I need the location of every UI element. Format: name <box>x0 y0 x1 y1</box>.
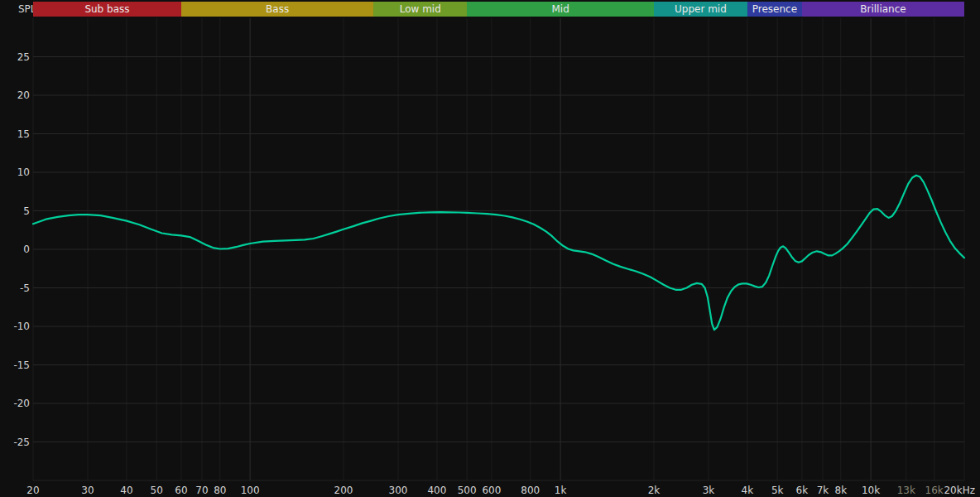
y-tick-label: -10 <box>13 321 30 332</box>
x-tick-label: 20kHz <box>944 485 975 496</box>
plot-svg: 203040506070801002003004005006008001k2k3… <box>0 0 980 497</box>
x-tick-label: 200 <box>334 485 353 496</box>
x-tick-label: 40 <box>120 485 132 496</box>
x-tick-label: 6k <box>796 485 809 496</box>
y-tick-label: 0 <box>23 244 30 255</box>
y-tick-label: -5 <box>20 282 30 294</box>
x-tick-label: 5k <box>771 485 784 496</box>
x-tick-label: 8k <box>835 485 848 496</box>
x-tick-label: 80 <box>214 485 226 496</box>
x-tick-label: 1k <box>555 485 567 496</box>
x-tick-label: 13k <box>897 485 915 496</box>
y-tick-label: -25 <box>13 437 30 448</box>
y-tick-label: 5 <box>23 205 30 217</box>
response-curve <box>33 176 964 331</box>
x-tick-label: 2k <box>648 485 661 496</box>
y-tick-label: 15 <box>17 128 30 140</box>
x-tick-label: 30 <box>81 485 94 496</box>
x-tick-label: 300 <box>389 485 408 496</box>
x-tick-label: 3k <box>703 485 715 496</box>
x-tick-label: 70 <box>195 485 208 496</box>
x-tick-label: 50 <box>151 485 163 496</box>
x-tick-label: 60 <box>175 485 187 496</box>
x-tick-label: 16k <box>925 485 944 496</box>
y-tick-label: -20 <box>13 398 30 409</box>
x-tick-label: 100 <box>241 485 260 496</box>
x-tick-label: 400 <box>427 485 446 496</box>
y-tick-label: 25 <box>17 51 30 63</box>
x-tick-label: 500 <box>458 485 477 496</box>
x-tick-label: 4k <box>742 485 754 496</box>
x-tick-label: 10k <box>862 485 880 496</box>
x-tick-label: 800 <box>521 485 540 496</box>
x-tick-label: 7k <box>817 485 829 496</box>
x-tick-label: 600 <box>482 485 501 496</box>
y-tick-label: 20 <box>17 89 30 101</box>
y-tick-label: 10 <box>17 166 30 178</box>
x-tick-label: 20 <box>26 485 39 496</box>
frequency-response-chart: SPL Sub bassBassLow midMidUpper midPrese… <box>0 0 980 497</box>
y-tick-label: -15 <box>13 359 30 371</box>
